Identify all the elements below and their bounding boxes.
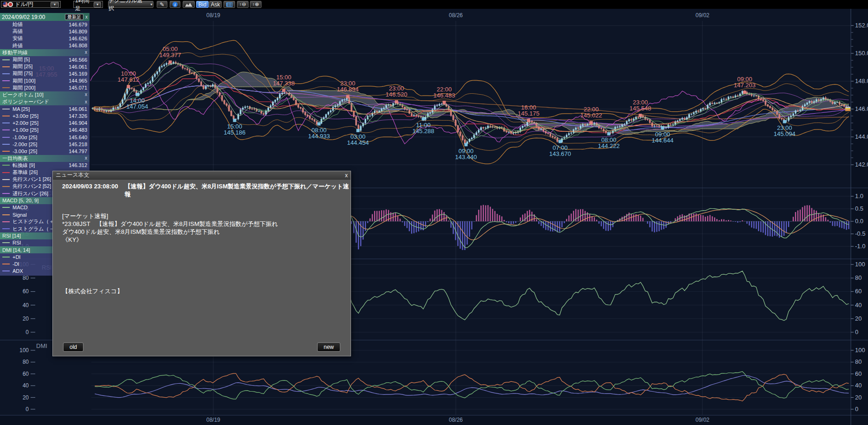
info-button[interactable]: i [170, 1, 180, 8]
chart-style-button[interactable] [183, 1, 195, 8]
macd-histogram-bar [381, 210, 382, 221]
line-color-swatch [2, 122, 10, 123]
price-axis-label: 142.00 [855, 161, 868, 168]
latest-candle-button[interactable]: 最新足 [65, 14, 83, 20]
candle [696, 111, 697, 112]
candle [312, 119, 313, 120]
macd-histogram-bar [763, 221, 764, 233]
dmi-axis-label: 60 [23, 371, 29, 377]
news-dialog-titlebar[interactable]: ニュース本文 x [53, 171, 351, 180]
macd-histogram-bar [737, 221, 738, 223]
candle [388, 105, 389, 105]
news-headline: 2024/09/03 23:08:00 【速報】ダウ400ドル超安、米8月ISM… [62, 182, 353, 198]
rsi-axis-label: 80 [855, 274, 862, 281]
x-axis-label: 08/19 [206, 12, 220, 19]
close-icon[interactable]: x [85, 92, 87, 97]
candle [508, 132, 510, 133]
panel-section-header: 移動平均線x [0, 49, 89, 56]
candle [221, 96, 223, 101]
candle [411, 113, 412, 116]
annotation-price: 144.222 [598, 142, 620, 149]
currency-pair-select[interactable]: ドル/円 ▼ [1, 1, 61, 8]
candle [434, 106, 435, 109]
timeframe-label: 1時間足 [75, 0, 92, 13]
close-icon[interactable]: x [85, 15, 88, 19]
annotation-price: 147.612 [118, 76, 140, 83]
indicator-value: 147.326 [69, 113, 87, 119]
indicator-label: 期間 [25] [13, 63, 32, 70]
macd-histogram-bar [562, 221, 562, 227]
candle [145, 84, 147, 88]
candle [335, 105, 336, 107]
macd-histogram-bar [599, 221, 600, 224]
candle [117, 107, 119, 108]
candle [455, 120, 456, 125]
candle [189, 70, 190, 72]
candle [460, 132, 461, 136]
zoom-out-button[interactable]: ↕ ⊖ [237, 1, 249, 8]
macd-histogram-bar [800, 210, 801, 221]
bottom-marker [559, 140, 562, 143]
macd-histogram-bar [830, 221, 830, 223]
indicator-label: MA [25] [13, 106, 30, 112]
indicator-row: -2.00σ [25]145.218 [0, 141, 89, 148]
info-icon: i [172, 2, 178, 7]
panel-section-header: 一目均衡表x [0, 155, 89, 162]
indicator-label: 期間 [200] [13, 84, 36, 91]
indicator-label: +2.00σ [25] [13, 120, 38, 126]
macd-histogram-bar [696, 213, 696, 221]
close-icon[interactable]: x [85, 100, 87, 104]
candle [237, 114, 239, 119]
vertical-arrows-icon: ↕ [252, 2, 254, 6]
candle [543, 129, 544, 131]
macd-histogram-bar [784, 221, 785, 236]
timeframe-select[interactable]: 1時間足 ▼ [73, 1, 103, 8]
candle [219, 92, 220, 95]
macd-histogram-bar [684, 215, 685, 221]
candle [364, 119, 366, 123]
macd-histogram-bar [758, 221, 759, 231]
macd-histogram-bar [464, 221, 465, 250]
close-icon[interactable]: x [345, 173, 348, 178]
candle [293, 97, 294, 100]
draw-tool-button[interactable]: ✎ [157, 1, 167, 8]
macd-axis-label: -1.0 [855, 243, 865, 250]
rsi-axis-label: 20 [23, 316, 29, 322]
rsi-axis-label: 60 [855, 288, 862, 295]
candle [408, 110, 410, 113]
chevron-down-icon: ▼ [150, 3, 153, 6]
newer-news-button[interactable]: new [317, 342, 340, 352]
candle [566, 135, 567, 137]
candlestick-mode-button[interactable] [223, 1, 235, 8]
macd-histogram-bar [541, 221, 542, 226]
candle [714, 103, 715, 104]
macd-histogram-bar [448, 221, 449, 221]
bid-button[interactable]: Bid [196, 1, 209, 8]
candle [127, 89, 128, 94]
candle [376, 111, 377, 112]
peak-marker [443, 101, 446, 104]
zoom-in-button[interactable]: ↕ ⊕ [250, 1, 262, 8]
close-icon[interactable]: x [85, 50, 87, 55]
candle [490, 126, 491, 126]
technical-select-button[interactable]: テクニカル選択 ▼ [108, 1, 153, 8]
older-news-button[interactable]: old [63, 342, 83, 352]
macd-histogram-bar [436, 209, 437, 221]
candle [582, 124, 583, 126]
ask-button[interactable]: Ask [209, 1, 222, 8]
indicator-value: 146.312 [69, 162, 87, 168]
line-color-swatch [2, 165, 10, 166]
macd-axis-label: 0.0 [855, 218, 863, 225]
candle [272, 102, 274, 105]
macd-histogram-bar [642, 218, 643, 221]
candle [677, 121, 678, 122]
macd-histogram-bar [473, 221, 474, 222]
candle [326, 115, 327, 118]
chevron-down-icon[interactable]: ▼ [94, 2, 101, 7]
chevron-down-icon[interactable]: ▼ [51, 2, 59, 7]
candle [150, 81, 151, 83]
close-icon[interactable]: x [85, 156, 87, 161]
indicator-label: ADX [13, 268, 23, 274]
news-headline-text: 【速報】ダウ400ドル超安、米8月ISM製造業景況指数が予想下振れ／マーケット速… [125, 182, 353, 198]
macd-histogram-bar [649, 221, 650, 227]
